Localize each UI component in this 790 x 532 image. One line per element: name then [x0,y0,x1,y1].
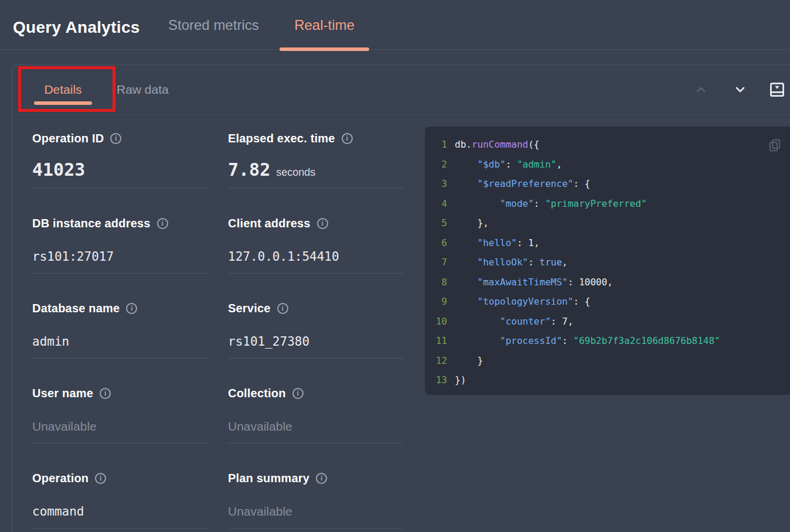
copy-icon [767,138,782,153]
info-icon[interactable]: i [316,473,327,484]
query-details-fields: Operation ID i 41023 Elapsed exec. time … [32,132,404,528]
code-line: 4 "mode": "primaryPreferred" [425,194,790,214]
line-number: 11 [425,335,447,346]
field-service: Service i rs101_27380 [228,302,404,359]
code-text: "processId": "69b2b7f3a2c106d8676b8148" [455,335,720,346]
field-value: Unavailable [228,504,404,519]
tab-raw-data-label: Raw data [117,83,169,97]
field-client-address: Client address i 127.0.0.1:54410 [228,217,404,274]
field-operation: Operation i command [32,472,209,528]
code-text: "hello": 1, [455,237,540,248]
code-line: 11 "processId": "69b2b7f3a2c106d8676b814… [425,331,790,351]
code-line: 5 }, [425,213,790,233]
info-icon[interactable]: i [100,388,111,399]
code-text: } [455,355,483,366]
field-value: 41023 [32,159,209,180]
line-number: 2 [425,159,447,170]
field-db-instance-address: DB instance address i rs101:27017 [32,217,209,274]
info-icon[interactable]: i [292,388,304,399]
info-icon[interactable]: i [277,303,288,314]
field-label: DB instance address [32,217,151,230]
field-label: Collection [228,387,286,400]
field-value: command [32,504,209,519]
field-value: 7.82seconds [228,159,404,180]
code-text: db.runCommand({ [455,139,540,150]
code-text: "mode": "primaryPreferred" [455,198,647,209]
code-line: 2 "$db": "admin", [425,155,790,175]
chevron-down-button[interactable] [732,81,748,98]
app-header: Query Analytics Stored metrics Real-time [0,0,790,50]
info-icon[interactable]: i [317,218,328,229]
field-label: Service [228,302,271,315]
info-icon[interactable]: i [110,133,121,144]
info-icon[interactable]: i [157,218,168,229]
line-number: 8 [425,277,447,288]
field-elapsed-exec-time: Elapsed exec. time i 7.82seconds [228,132,404,189]
field-plan-summary: Plan summary i Unavailable [228,472,404,528]
tab-details[interactable]: Details [34,65,92,114]
field-label: Client address [228,217,311,230]
code-text: "$readPreference": { [455,178,590,189]
line-number: 1 [425,139,447,150]
code-lines: 1 db.runCommand({ 2 "$db": "admin", 3 "$… [425,135,790,390]
chevron-up-icon [694,83,708,97]
tab-details-label: Details [44,83,81,97]
code-line: 7 "helloOk": true, [425,253,790,272]
save-list-icon [768,81,786,98]
code-line: 9 "topologyVersion": { [425,292,790,312]
info-icon[interactable]: i [342,133,353,144]
field-user-name: User name i Unavailable [32,387,209,444]
active-tab-underline [280,47,369,51]
info-icon[interactable]: i [95,473,106,484]
copy-button[interactable] [767,138,782,153]
field-label: Operation [32,472,88,485]
tab-real-time[interactable]: Real-time [280,0,369,50]
code-text: }) [455,374,466,386]
line-number: 7 [425,257,447,268]
code-text: "$db": "admin", [455,159,562,170]
code-line: 1 db.runCommand({ [425,135,790,155]
code-line: 3 "$readPreference": { [425,174,790,194]
field-label: Database name [32,302,120,315]
field-database-name: Database name i admin [32,302,209,359]
tab-real-time-label: Real-time [294,17,355,33]
line-number: 3 [425,178,447,189]
line-number: 10 [425,316,447,327]
field-label: User name [32,387,93,400]
code-line: 12 } [425,351,790,371]
code-line: 10 "counter": 7, [425,312,790,332]
chevron-down-icon [733,83,747,97]
query-code-block: 1 db.runCommand({ 2 "$db": "admin", 3 "$… [425,127,790,395]
chevron-up-button[interactable] [693,81,709,98]
line-number: 13 [425,374,447,386]
code-line: 8 "maxAwaitTimeMS": 10000, [425,272,790,292]
line-number: 4 [425,198,447,209]
field-value: rs101:27017 [32,250,209,264]
code-text: "topologyVersion": { [455,296,590,307]
field-value: Unavailable [32,420,209,434]
field-label: Elapsed exec. time [228,132,335,145]
code-line: 13 }) [425,370,790,390]
info-icon[interactable]: i [126,303,137,314]
tab-stored-metrics[interactable]: Stored metrics [168,0,259,50]
page-title: Query Analytics [13,18,140,37]
tab-raw-data[interactable]: Raw data [117,65,169,114]
field-collection: Collection i Unavailable [228,387,404,444]
line-number: 6 [425,237,447,248]
line-number: 5 [425,217,447,229]
field-value: rs101_27380 [228,335,404,349]
code-text: "counter": 7, [455,316,573,327]
query-details-panel: Details Raw data [12,64,790,532]
details-tab-underline [34,101,92,105]
field-label: Operation ID [32,132,104,145]
code-text: }, [455,217,489,229]
field-label: Plan summary [228,472,309,485]
save-list-button[interactable] [769,81,785,98]
code-text: "helloOk": true, [455,257,568,268]
field-value: Unavailable [228,420,404,434]
line-number: 9 [425,296,447,307]
field-value: 127.0.0.1:54410 [228,250,404,264]
tab-stored-metrics-label: Stored metrics [168,17,259,33]
line-number: 12 [425,355,447,366]
panel-tabbar: Details Raw data [12,65,790,115]
